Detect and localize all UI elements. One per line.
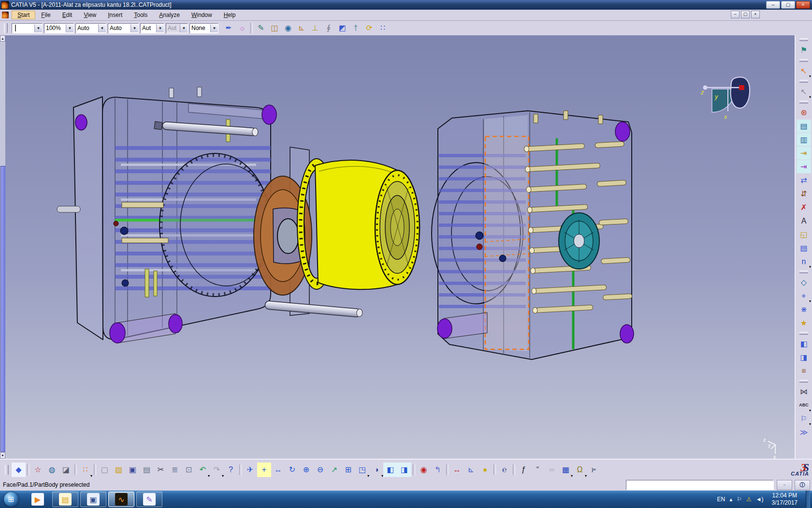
simulation-icon[interactable]: ◉ <box>281 21 295 35</box>
manipulation-icon[interactable]: ◇ <box>797 276 811 289</box>
snap-icon[interactable]: ⌖▾ <box>797 289 811 302</box>
attachment-icon[interactable]: ∮ <box>322 21 335 35</box>
show-desktop-button[interactable] <box>806 491 810 508</box>
instant-sketch-icon[interactable]: ↰ <box>431 463 445 477</box>
bom-icon[interactable]: ▤ <box>797 241 811 254</box>
info-button[interactable]: ⓘ <box>795 480 810 490</box>
snapshot-icon[interactable]: ◩ <box>335 21 349 35</box>
wizard-icon[interactable]: ☼ <box>235 21 249 35</box>
scroll-down-arrow[interactable]: ▼ <box>0 452 5 459</box>
combo-arrow[interactable]: ▼ <box>66 24 73 32</box>
redo-icon[interactable]: ↷▾ <box>210 463 224 477</box>
combo-arrow[interactable]: ▼ <box>34 24 42 32</box>
measure-item-icon[interactable]: ⊾ <box>464 463 478 477</box>
document-restore-button[interactable]: ▢ <box>741 11 750 18</box>
dropdown-arrow[interactable]: ▾ <box>809 95 811 99</box>
menu-analyze[interactable]: Analyze <box>153 11 186 19</box>
link-icon[interactable]: ∞ <box>545 463 559 477</box>
powercopy-catalog-icon[interactable]: ☆ <box>31 463 45 477</box>
render-style-icon[interactable]: ◑▾ <box>369 463 383 477</box>
exploded-view-icon[interactable]: ◫ <box>268 21 281 35</box>
menu-help[interactable]: Help <box>218 11 242 19</box>
toolbar-grip[interactable] <box>799 80 808 83</box>
contact-constraint-icon[interactable]: ◨ <box>797 351 811 364</box>
swap-visible-space-icon[interactable]: ◨ <box>397 463 411 477</box>
multi-view-icon[interactable]: ⊞ <box>341 463 355 477</box>
menu-view[interactable]: View <box>78 11 102 19</box>
maximize-button[interactable]: ▢ <box>781 1 795 9</box>
viewport-3d[interactable]: z y x z y x <box>5 35 795 459</box>
toolbar-grip[interactable] <box>5 465 9 475</box>
painter-icon[interactable]: ✒ <box>222 21 235 35</box>
tray-clock[interactable]: 12:04 PM 3/17/2017 <box>768 492 801 507</box>
tray-action-center-icon[interactable]: ⚐ <box>737 496 742 503</box>
document-close-button[interactable]: × <box>751 11 760 18</box>
toolbar-grip[interactable] <box>799 270 808 273</box>
save-icon[interactable]: ▣ <box>126 463 140 477</box>
pan-icon[interactable]: ↔ <box>271 463 285 477</box>
dropdown-arrow[interactable]: ▾ <box>90 474 92 478</box>
measure-angle-icon[interactable]: ⊾ <box>295 21 308 35</box>
combo-arrow[interactable]: ▼ <box>98 24 106 32</box>
measure-inertia-icon[interactable]: ● <box>478 463 492 477</box>
menu-file[interactable]: File <box>35 11 56 19</box>
document-minimize-button[interactable]: – <box>731 11 740 18</box>
components-frame-icon[interactable]: ◱ <box>797 228 811 241</box>
diagnostics-icon[interactable]: ∷▾ <box>78 463 92 477</box>
tray-volume-icon[interactable]: ◄) <box>756 496 764 503</box>
graph-tree-reordering-icon[interactable]: ⇵ <box>797 187 811 200</box>
tray-network-warning-icon[interactable]: ⚠ <box>746 496 752 503</box>
taskbar-remote-desktop-button[interactable]: ▣ <box>80 492 106 507</box>
fly-mode-icon[interactable]: ✈ <box>243 463 257 477</box>
zoom-level-combo[interactable]: 100%▼ <box>44 23 74 33</box>
toolbar-grip[interactable] <box>799 332 808 335</box>
update-assembly-icon[interactable]: ⊛ <box>797 106 811 119</box>
deactivate-node-icon[interactable]: ✗ <box>797 201 811 214</box>
maintenance-icon[interactable]: † <box>349 21 362 35</box>
combo-arrow[interactable]: ▼ <box>156 24 164 32</box>
render-style-combo[interactable]: Aut▼ <box>166 23 188 33</box>
zoom-in-icon[interactable]: ⊕ <box>299 463 313 477</box>
menu-edit[interactable]: Edit <box>57 11 78 19</box>
copy-icon[interactable]: ≣ <box>168 463 182 477</box>
catalog-points-icon[interactable]: ∷ <box>376 21 390 35</box>
taskbar-catia-button[interactable]: ∿ <box>108 492 134 507</box>
cut-icon[interactable]: ✂ <box>154 463 168 477</box>
select-icon[interactable]: ↖▾ <box>797 64 811 77</box>
taskbar-paint-button[interactable]: ✎ <box>136 492 162 507</box>
powercopy-icon[interactable]: ⚑ <box>797 44 811 57</box>
comment-icon[interactable]: “ <box>531 463 545 477</box>
line-type-combo[interactable]: Auto▼ <box>108 23 139 33</box>
menu-window[interactable]: Window <box>186 11 218 19</box>
open-file-icon[interactable]: ▨ <box>112 463 126 477</box>
power-input-field[interactable] <box>626 480 774 490</box>
start-button[interactable]: ⊞ <box>4 492 18 507</box>
dropdown-arrow[interactable]: ▾ <box>809 74 811 78</box>
combo-arrow[interactable]: ▼ <box>130 24 138 32</box>
sketcher-icon[interactable]: ✎ <box>254 21 268 35</box>
normal-view-icon[interactable]: ↗ <box>327 463 341 477</box>
generate-numbering-icon[interactable]: n▾ <box>797 255 811 268</box>
current-workbench-icon[interactable]: ◆ <box>12 463 26 477</box>
minimize-button[interactable]: – <box>766 1 780 9</box>
flag-note-icon[interactable]: ⚐▾ <box>797 412 811 425</box>
enovia-icon[interactable]: ℮ <box>497 463 511 477</box>
measure-between-icon[interactable]: ↔ <box>450 463 464 477</box>
context-help-icon[interactable]: ? <box>224 463 238 477</box>
combo-arrow[interactable]: ▼ <box>210 24 218 32</box>
update-icon[interactable]: ⟳ <box>362 21 376 35</box>
taskbar-media-player-button[interactable]: ▶ <box>25 492 50 507</box>
toolbar-grip[interactable] <box>799 38 808 41</box>
fit-all-in-icon[interactable]: + <box>257 463 271 477</box>
weld-feature-icon[interactable]: ⋈ <box>797 385 811 398</box>
zoom-out-icon[interactable]: ⊖ <box>313 463 327 477</box>
lock-icon[interactable]: Ω▾ <box>573 463 587 477</box>
design-table-icon[interactable]: ▦▾ <box>559 463 573 477</box>
tray-language-label[interactable]: EN <box>717 496 725 503</box>
graphic-color-combo[interactable]: ▼ <box>12 23 43 33</box>
line-weight-combo[interactable]: Auto▼ <box>75 23 106 33</box>
more-toolbars-icon[interactable]: ≫ <box>797 426 811 439</box>
new-file-icon[interactable]: ▢ <box>98 463 112 477</box>
rotate-icon[interactable]: ↻ <box>285 463 299 477</box>
undo-icon[interactable]: ↶▾ <box>196 463 210 477</box>
